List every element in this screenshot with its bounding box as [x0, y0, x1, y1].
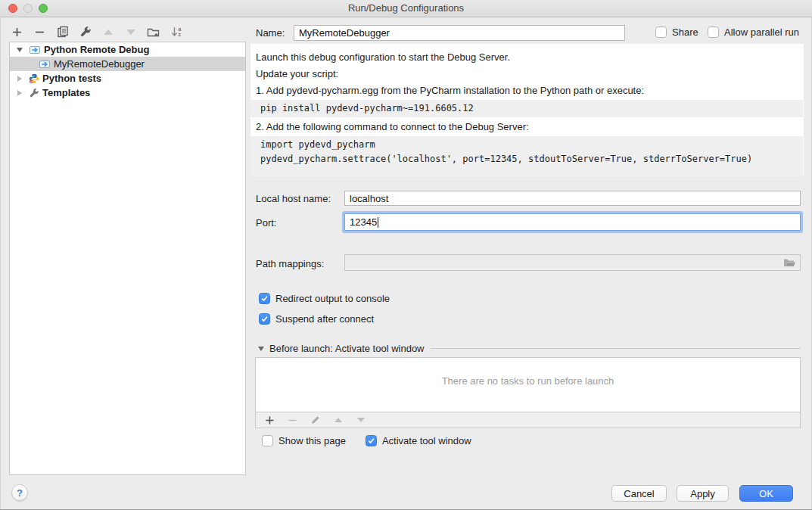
create-folder-button[interactable] [147, 26, 160, 39]
plus-icon [11, 26, 23, 38]
activate-tool-window-label: Activate tool window [382, 435, 471, 446]
show-this-page-label: Show this page [278, 435, 346, 446]
share-label: Share [672, 26, 698, 38]
checkmark-icon [260, 294, 269, 303]
configuration-editor: Name: Share Allow parallel run Launch th… [250, 19, 812, 477]
new-folder-icon [147, 26, 160, 38]
tree-item-myremotedebugger[interactable]: MyRemoteDebugger [10, 57, 245, 71]
browse-folder-button[interactable] [783, 257, 796, 270]
description-line-1: Launch this debug configuration to start… [256, 49, 804, 66]
question-mark-icon: ? [17, 487, 23, 499]
ok-button[interactable]: OK [739, 485, 793, 502]
tree-item-label: MyRemoteDebugger [54, 58, 145, 70]
before-launch-header[interactable]: Before launch: Activate tool window [258, 343, 801, 354]
local-host-label: Local host name: [256, 193, 331, 204]
redirect-output-label: Redirect output to console [275, 293, 390, 304]
before-launch-title: Before launch: Activate tool window [269, 343, 425, 354]
run-debug-configurations-dialog: Run/Debug Configurations [0, 0, 812, 510]
allow-parallel-checkbox[interactable] [708, 26, 719, 38]
add-configuration-button[interactable] [11, 26, 23, 39]
description-step-1: 1. Add pydevd-pycharm.egg from the PyCha… [256, 82, 804, 99]
tree-item-label: Python Remote Debug [44, 44, 149, 55]
window-title: Run/Debug Configurations [0, 2, 812, 14]
apply-button[interactable]: Apply [677, 485, 729, 502]
move-down-button[interactable] [124, 26, 137, 39]
copy-icon [57, 26, 69, 38]
cancel-button-label: Cancel [624, 488, 654, 499]
collapse-caret-icon[interactable] [16, 48, 23, 52]
python-tests-icon [29, 73, 39, 84]
path-mappings-field[interactable] [344, 254, 801, 271]
description-pane: Launch this debug configuration to start… [250, 44, 804, 176]
pip-install-code: pip install pydevd-pycharm~=191.6605.12 [250, 100, 803, 117]
settrace-code-line-1: import pydevd_pycharm [260, 138, 798, 152]
checkmark-icon [260, 315, 269, 323]
sort-configurations-button[interactable]: az [170, 26, 182, 39]
text-cursor [378, 217, 378, 228]
activate-tool-window-checkbox[interactable] [366, 435, 377, 446]
settrace-code: import pydevd_pycharm pydevd_pycharm.set… [250, 136, 803, 177]
up-arrow-icon [334, 418, 342, 422]
before-launch-task-list[interactable]: There are no tasks to run before launch [255, 357, 801, 412]
wrench-icon [79, 26, 92, 38]
ok-button-label: OK [759, 488, 773, 499]
allow-parallel-checkbox-row[interactable]: Allow parallel run [708, 26, 799, 38]
share-checkbox-row[interactable]: Share [655, 26, 698, 38]
edit-task-button[interactable] [309, 414, 322, 427]
suspend-after-connect-row[interactable]: Suspend after connect [259, 313, 374, 325]
move-task-up-button[interactable] [331, 414, 344, 427]
move-up-button[interactable] [101, 26, 114, 39]
share-checkbox[interactable] [655, 26, 667, 38]
open-folder-icon [783, 257, 796, 268]
sort-az-letters: az [179, 26, 182, 37]
tree-item-label: Templates [42, 87, 90, 98]
remove-configuration-button[interactable] [33, 26, 46, 39]
suspend-after-connect-label: Suspend after connect [275, 313, 374, 325]
expand-caret-icon[interactable] [16, 76, 23, 82]
apply-button-label: Apply [690, 488, 715, 499]
section-divider [431, 348, 801, 349]
up-arrow-icon [104, 30, 113, 35]
name-label: Name: [256, 27, 285, 39]
redirect-output-row[interactable]: Redirect output to console [259, 293, 390, 304]
empty-tasks-message: There are no tasks to run before launch [256, 375, 800, 387]
local-host-input[interactable] [344, 191, 801, 206]
configurations-toolbar: az [11, 23, 182, 41]
minus-icon [288, 415, 297, 425]
help-button[interactable]: ? [11, 484, 28, 501]
configurations-tree: Python Remote Debug MyRemoteDebugger Pyt… [9, 42, 246, 475]
show-this-page-checkbox[interactable] [262, 435, 273, 446]
tree-item-python-tests[interactable]: Python tests [10, 71, 245, 86]
name-input[interactable] [294, 25, 625, 41]
redirect-output-checkbox[interactable] [259, 293, 270, 304]
tree-item-templates[interactable]: Templates [10, 86, 245, 100]
expand-caret-icon[interactable] [16, 90, 23, 96]
suspend-after-connect-checkbox[interactable] [259, 313, 270, 325]
allow-parallel-label: Allow parallel run [724, 26, 799, 38]
add-task-button[interactable] [263, 414, 276, 427]
edit-templates-button[interactable] [79, 26, 92, 39]
path-mappings-label: Path mappings: [256, 258, 324, 269]
checkmark-icon [367, 437, 375, 445]
task-list-toolbar [255, 412, 801, 428]
title-bar: Run/Debug Configurations [0, 0, 812, 17]
remove-task-button[interactable] [286, 414, 299, 427]
cancel-button[interactable]: Cancel [611, 485, 667, 502]
copy-configuration-button[interactable] [56, 26, 69, 39]
sort-arrow-icon [171, 26, 178, 38]
move-task-down-button[interactable] [354, 414, 367, 427]
port-input[interactable]: 12345 [344, 213, 801, 231]
port-label: Port: [256, 217, 276, 229]
pencil-icon [310, 415, 321, 425]
wrench-icon [29, 88, 39, 98]
bottom-options-row: Show this page Activate tool window [262, 435, 471, 446]
collapse-caret-icon[interactable] [258, 347, 264, 351]
tree-item-python-remote-debug[interactable]: Python Remote Debug [10, 42, 245, 57]
tree-item-label: Python tests [42, 73, 101, 84]
minus-icon [34, 26, 45, 38]
description-step-2: 2. Add the following command to connect … [256, 119, 804, 135]
remote-debug-config-icon [39, 59, 51, 70]
plus-icon [265, 415, 275, 425]
remote-debug-config-icon [29, 45, 41, 55]
settrace-code-line-2: pydevd_pycharm.settrace('localhost', por… [260, 152, 798, 166]
